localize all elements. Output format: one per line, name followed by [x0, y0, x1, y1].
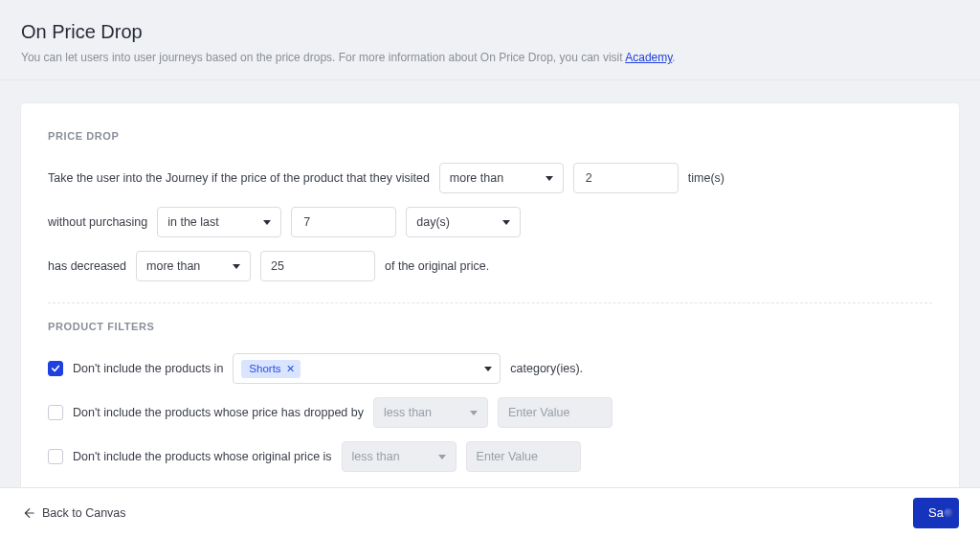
rule-window-row: without purchasing in the last day(s): [48, 207, 932, 237]
visit-count-input[interactable]: [573, 163, 679, 193]
filter-price-drop-label: Don't include the products whose price h…: [73, 406, 364, 419]
rule-visit-count-row: Take the user into the Journey if the pr…: [48, 163, 932, 193]
arrow-left-icon: [21, 506, 34, 520]
price-drop-comparator-select[interactable]: less than: [373, 397, 488, 428]
filter-category-suffix: category(ies).: [510, 362, 583, 375]
subtitle-text: You can let users into user journeys bas…: [21, 51, 625, 64]
config-card: PRICE DROP Take the user into the Journe…: [21, 103, 959, 508]
window-select-value: in the last: [167, 215, 219, 229]
rule-decrease-row: has decreased more than % of the origina…: [48, 251, 932, 281]
academy-link[interactable]: Academy: [625, 51, 672, 64]
caret-down-icon: [470, 411, 478, 415]
back-to-canvas-button[interactable]: Back to Canvas: [21, 506, 126, 520]
caret-down-icon: [438, 455, 446, 459]
rule-decrease-prefix: has decreased: [48, 259, 126, 273]
category-chip: Shorts ✕: [241, 360, 300, 378]
back-label: Back to Canvas: [42, 506, 126, 520]
filter-original-price-row: Don't include the products whose origina…: [48, 441, 932, 472]
page-title: On Price Drop: [21, 21, 959, 43]
decrease-comparator-select[interactable]: more than: [136, 251, 251, 281]
section-divider: [48, 302, 932, 303]
price-drop-section-title: PRICE DROP: [48, 130, 932, 142]
price-drop-comparator-value: less than: [384, 406, 432, 419]
filter-price-drop-checkbox[interactable]: [48, 405, 63, 420]
filter-original-price-checkbox[interactable]: [48, 449, 63, 464]
decrease-percent-input[interactable]: %: [260, 251, 375, 281]
price-drop-value-input[interactable]: $: [498, 397, 612, 428]
caret-down-icon: [502, 220, 510, 225]
caret-down-icon: [263, 220, 271, 225]
original-price-comparator-value: less than: [352, 450, 400, 463]
window-value-input[interactable]: [291, 207, 396, 237]
caret-down-icon: [546, 176, 553, 181]
category-chip-label: Shorts: [249, 363, 280, 374]
filter-category-row: Don't include the products in Shorts ✕ c…: [48, 353, 932, 384]
caret-down-icon: [233, 264, 240, 269]
filter-category-label: Don't include the products in: [73, 362, 223, 375]
original-price-value-input[interactable]: $: [466, 441, 581, 472]
category-chip-input[interactable]: Shorts ✕: [233, 353, 501, 384]
product-filters-section-title: PRODUCT FILTERS: [48, 321, 932, 332]
decrease-percent-field[interactable]: [261, 252, 375, 280]
rule-decrease-suffix: of the original price.: [385, 259, 489, 273]
page-subtitle: You can let users into user journeys bas…: [21, 51, 959, 64]
rule-visit-prefix: Take the user into the Journey if the pr…: [48, 171, 430, 185]
filter-category-checkbox[interactable]: [48, 361, 63, 376]
window-unit-select[interactable]: day(s): [406, 207, 521, 237]
page-header: On Price Drop You can let users into use…: [0, 0, 980, 80]
chip-remove-icon[interactable]: ✕: [286, 363, 295, 375]
window-unit-value: day(s): [416, 215, 450, 229]
rule-visit-suffix: time(s): [688, 171, 724, 185]
visit-comparator-select[interactable]: more than: [439, 163, 564, 193]
caret-down-icon: [484, 367, 492, 371]
check-icon: [51, 364, 60, 373]
subtitle-suffix: .: [672, 51, 675, 64]
original-price-value-field[interactable]: [467, 442, 581, 471]
filter-original-price-label: Don't include the products whose origina…: [73, 450, 332, 463]
filter-price-drop-row: Don't include the products whose price h…: [48, 397, 932, 428]
window-value-field[interactable]: [301, 214, 386, 230]
visit-comparator-value: more than: [450, 171, 503, 185]
decrease-comparator-value: more than: [146, 259, 200, 273]
price-drop-value-field[interactable]: [499, 398, 612, 427]
window-select[interactable]: in the last: [157, 207, 281, 237]
rule-window-prefix: without purchasing: [48, 215, 147, 229]
page-footer: Back to Canvas Sa: [0, 487, 980, 537]
original-price-comparator-select[interactable]: less than: [342, 441, 457, 472]
visit-count-field[interactable]: [584, 170, 668, 186]
save-button[interactable]: Sa: [913, 498, 959, 528]
